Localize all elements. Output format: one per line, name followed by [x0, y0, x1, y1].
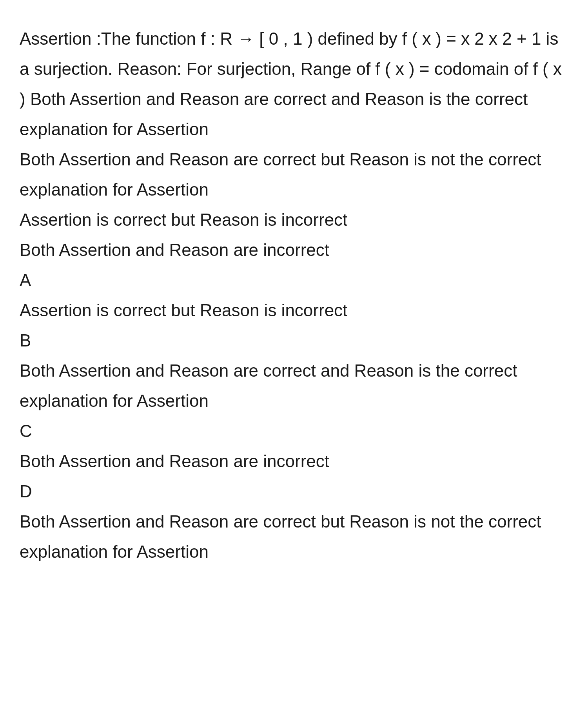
- option-a-text: Assertion is correct but Reason is incor…: [20, 295, 568, 325]
- option-c-label: C: [20, 416, 568, 446]
- question-content: Assertion :The function f : R → [ 0 , 1 …: [20, 24, 568, 567]
- option-d-label: D: [20, 476, 568, 506]
- question-line-4: Both Assertion and Reason are incorrect: [20, 235, 568, 265]
- option-d-text: Both Assertion and Reason are correct bu…: [20, 506, 568, 567]
- question-line-3: Assertion is correct but Reason is incor…: [20, 205, 568, 235]
- option-c-text: Both Assertion and Reason are incorrect: [20, 446, 568, 476]
- option-b-label: B: [20, 325, 568, 355]
- question-main-text: Assertion :The function f : R → [ 0 , 1 …: [20, 24, 568, 144]
- option-b-text: Both Assertion and Reason are correct an…: [20, 355, 568, 416]
- question-line-2: Both Assertion and Reason are correct bu…: [20, 144, 568, 205]
- option-a-label: A: [20, 265, 568, 295]
